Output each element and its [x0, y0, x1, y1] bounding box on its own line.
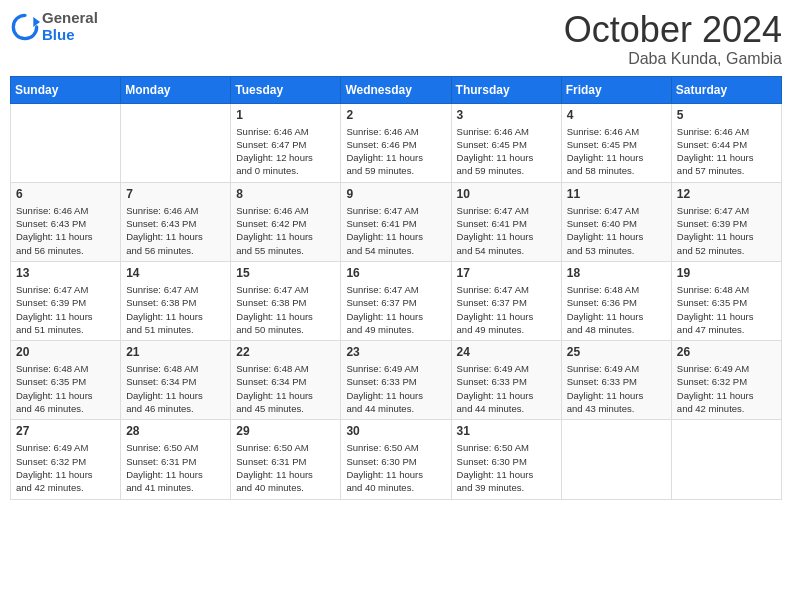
calendar-cell: 7Sunrise: 6:46 AM Sunset: 6:43 PM Daylig…	[121, 182, 231, 261]
calendar-cell: 23Sunrise: 6:49 AM Sunset: 6:33 PM Dayli…	[341, 341, 451, 420]
day-info: Sunrise: 6:47 AM Sunset: 6:41 PM Dayligh…	[346, 204, 445, 257]
day-number: 8	[236, 187, 335, 201]
logo-icon	[10, 12, 40, 42]
calendar-cell: 13Sunrise: 6:47 AM Sunset: 6:39 PM Dayli…	[11, 261, 121, 340]
calendar-week-2: 6Sunrise: 6:46 AM Sunset: 6:43 PM Daylig…	[11, 182, 782, 261]
calendar-cell: 31Sunrise: 6:50 AM Sunset: 6:30 PM Dayli…	[451, 420, 561, 499]
weekday-header-tuesday: Tuesday	[231, 76, 341, 103]
day-number: 5	[677, 108, 776, 122]
calendar-cell	[11, 103, 121, 182]
calendar-cell	[671, 420, 781, 499]
logo-blue: Blue	[42, 27, 98, 44]
calendar-cell: 18Sunrise: 6:48 AM Sunset: 6:36 PM Dayli…	[561, 261, 671, 340]
calendar-week-4: 20Sunrise: 6:48 AM Sunset: 6:35 PM Dayli…	[11, 341, 782, 420]
day-info: Sunrise: 6:47 AM Sunset: 6:39 PM Dayligh…	[16, 283, 115, 336]
day-info: Sunrise: 6:50 AM Sunset: 6:30 PM Dayligh…	[457, 441, 556, 494]
logo-general: General	[42, 10, 98, 27]
day-info: Sunrise: 6:49 AM Sunset: 6:33 PM Dayligh…	[346, 362, 445, 415]
day-number: 25	[567, 345, 666, 359]
day-info: Sunrise: 6:47 AM Sunset: 6:37 PM Dayligh…	[457, 283, 556, 336]
weekday-header-sunday: Sunday	[11, 76, 121, 103]
weekday-header-friday: Friday	[561, 76, 671, 103]
day-number: 16	[346, 266, 445, 280]
calendar-week-5: 27Sunrise: 6:49 AM Sunset: 6:32 PM Dayli…	[11, 420, 782, 499]
location: Daba Kunda, Gambia	[564, 50, 782, 68]
calendar-cell: 10Sunrise: 6:47 AM Sunset: 6:41 PM Dayli…	[451, 182, 561, 261]
weekday-header-saturday: Saturday	[671, 76, 781, 103]
day-info: Sunrise: 6:46 AM Sunset: 6:46 PM Dayligh…	[346, 125, 445, 178]
day-info: Sunrise: 6:47 AM Sunset: 6:37 PM Dayligh…	[346, 283, 445, 336]
day-info: Sunrise: 6:48 AM Sunset: 6:35 PM Dayligh…	[677, 283, 776, 336]
logo: General Blue	[10, 10, 98, 43]
day-number: 13	[16, 266, 115, 280]
day-info: Sunrise: 6:47 AM Sunset: 6:41 PM Dayligh…	[457, 204, 556, 257]
day-number: 18	[567, 266, 666, 280]
day-info: Sunrise: 6:49 AM Sunset: 6:33 PM Dayligh…	[457, 362, 556, 415]
day-info: Sunrise: 6:47 AM Sunset: 6:40 PM Dayligh…	[567, 204, 666, 257]
calendar-cell: 12Sunrise: 6:47 AM Sunset: 6:39 PM Dayli…	[671, 182, 781, 261]
day-number: 12	[677, 187, 776, 201]
month-title: October 2024	[564, 10, 782, 50]
calendar-cell	[121, 103, 231, 182]
calendar: SundayMondayTuesdayWednesdayThursdayFrid…	[10, 76, 782, 500]
day-number: 15	[236, 266, 335, 280]
day-info: Sunrise: 6:46 AM Sunset: 6:43 PM Dayligh…	[126, 204, 225, 257]
weekday-header-monday: Monday	[121, 76, 231, 103]
day-info: Sunrise: 6:46 AM Sunset: 6:47 PM Dayligh…	[236, 125, 335, 178]
day-number: 22	[236, 345, 335, 359]
day-info: Sunrise: 6:50 AM Sunset: 6:31 PM Dayligh…	[236, 441, 335, 494]
day-info: Sunrise: 6:48 AM Sunset: 6:35 PM Dayligh…	[16, 362, 115, 415]
day-number: 27	[16, 424, 115, 438]
day-info: Sunrise: 6:48 AM Sunset: 6:34 PM Dayligh…	[126, 362, 225, 415]
day-number: 2	[346, 108, 445, 122]
page-header: General Blue October 2024 Daba Kunda, Ga…	[10, 10, 782, 68]
calendar-cell: 25Sunrise: 6:49 AM Sunset: 6:33 PM Dayli…	[561, 341, 671, 420]
calendar-cell: 28Sunrise: 6:50 AM Sunset: 6:31 PM Dayli…	[121, 420, 231, 499]
day-info: Sunrise: 6:50 AM Sunset: 6:31 PM Dayligh…	[126, 441, 225, 494]
calendar-cell: 19Sunrise: 6:48 AM Sunset: 6:35 PM Dayli…	[671, 261, 781, 340]
day-number: 11	[567, 187, 666, 201]
calendar-cell: 24Sunrise: 6:49 AM Sunset: 6:33 PM Dayli…	[451, 341, 561, 420]
calendar-cell: 30Sunrise: 6:50 AM Sunset: 6:30 PM Dayli…	[341, 420, 451, 499]
calendar-cell: 6Sunrise: 6:46 AM Sunset: 6:43 PM Daylig…	[11, 182, 121, 261]
day-number: 17	[457, 266, 556, 280]
calendar-cell: 3Sunrise: 6:46 AM Sunset: 6:45 PM Daylig…	[451, 103, 561, 182]
day-number: 30	[346, 424, 445, 438]
day-number: 1	[236, 108, 335, 122]
day-info: Sunrise: 6:49 AM Sunset: 6:32 PM Dayligh…	[677, 362, 776, 415]
calendar-cell: 22Sunrise: 6:48 AM Sunset: 6:34 PM Dayli…	[231, 341, 341, 420]
day-info: Sunrise: 6:47 AM Sunset: 6:39 PM Dayligh…	[677, 204, 776, 257]
calendar-cell: 17Sunrise: 6:47 AM Sunset: 6:37 PM Dayli…	[451, 261, 561, 340]
day-number: 7	[126, 187, 225, 201]
calendar-cell: 26Sunrise: 6:49 AM Sunset: 6:32 PM Dayli…	[671, 341, 781, 420]
day-info: Sunrise: 6:50 AM Sunset: 6:30 PM Dayligh…	[346, 441, 445, 494]
day-number: 14	[126, 266, 225, 280]
day-number: 3	[457, 108, 556, 122]
weekday-header-row: SundayMondayTuesdayWednesdayThursdayFrid…	[11, 76, 782, 103]
day-number: 4	[567, 108, 666, 122]
calendar-cell: 2Sunrise: 6:46 AM Sunset: 6:46 PM Daylig…	[341, 103, 451, 182]
calendar-cell	[561, 420, 671, 499]
calendar-cell: 4Sunrise: 6:46 AM Sunset: 6:45 PM Daylig…	[561, 103, 671, 182]
day-info: Sunrise: 6:46 AM Sunset: 6:45 PM Dayligh…	[567, 125, 666, 178]
day-info: Sunrise: 6:46 AM Sunset: 6:42 PM Dayligh…	[236, 204, 335, 257]
calendar-cell: 20Sunrise: 6:48 AM Sunset: 6:35 PM Dayli…	[11, 341, 121, 420]
calendar-cell: 27Sunrise: 6:49 AM Sunset: 6:32 PM Dayli…	[11, 420, 121, 499]
day-number: 10	[457, 187, 556, 201]
day-number: 28	[126, 424, 225, 438]
day-number: 23	[346, 345, 445, 359]
title-area: October 2024 Daba Kunda, Gambia	[564, 10, 782, 68]
calendar-cell: 21Sunrise: 6:48 AM Sunset: 6:34 PM Dayli…	[121, 341, 231, 420]
day-info: Sunrise: 6:47 AM Sunset: 6:38 PM Dayligh…	[236, 283, 335, 336]
calendar-cell: 5Sunrise: 6:46 AM Sunset: 6:44 PM Daylig…	[671, 103, 781, 182]
day-info: Sunrise: 6:48 AM Sunset: 6:34 PM Dayligh…	[236, 362, 335, 415]
day-number: 6	[16, 187, 115, 201]
weekday-header-wednesday: Wednesday	[341, 76, 451, 103]
calendar-cell: 29Sunrise: 6:50 AM Sunset: 6:31 PM Dayli…	[231, 420, 341, 499]
day-number: 19	[677, 266, 776, 280]
day-number: 26	[677, 345, 776, 359]
day-info: Sunrise: 6:46 AM Sunset: 6:45 PM Dayligh…	[457, 125, 556, 178]
day-info: Sunrise: 6:49 AM Sunset: 6:32 PM Dayligh…	[16, 441, 115, 494]
calendar-cell: 11Sunrise: 6:47 AM Sunset: 6:40 PM Dayli…	[561, 182, 671, 261]
calendar-cell: 16Sunrise: 6:47 AM Sunset: 6:37 PM Dayli…	[341, 261, 451, 340]
